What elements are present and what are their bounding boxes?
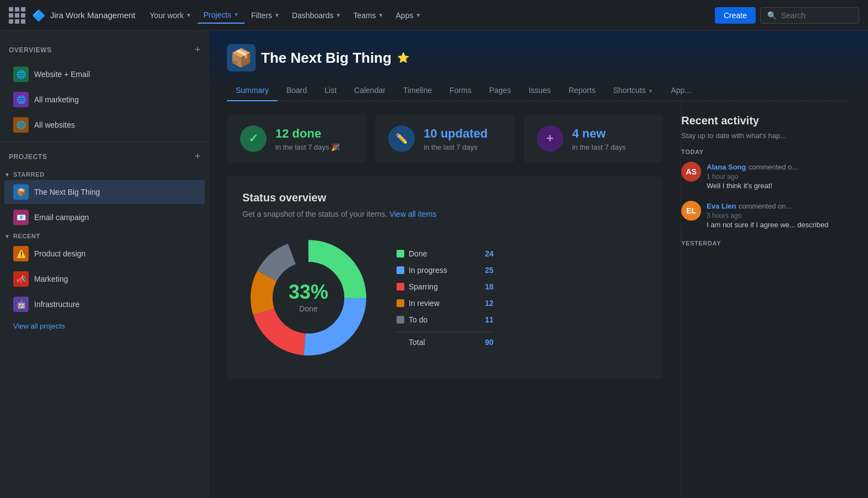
sidebar-item-website-email[interactable]: 🌐 Website + Email — [4, 62, 205, 86]
content-area: ✓ 12 done in the last 7 days 🎉 ✏️ 10 upd… — [209, 101, 868, 498]
total-legend-label: Total — [409, 338, 425, 347]
legend-item-done: Done 24 — [397, 249, 493, 258]
status-subtitle: Get a snapshot of the status of your ite… — [242, 210, 648, 218]
done-legend-label: Done — [409, 249, 427, 258]
logo-icon: 🔷 — [32, 9, 46, 22]
tab-summary[interactable]: Summary — [227, 80, 278, 101]
activity-title: Recent activity — [681, 114, 855, 127]
overviews-label: Overviews — [9, 46, 52, 54]
tab-pages[interactable]: Pages — [480, 80, 520, 101]
recent-label: RECENT — [13, 233, 40, 239]
nav-your-work[interactable]: Your work ▼ — [144, 8, 197, 23]
legend-item-todo: To do 11 — [397, 315, 493, 324]
inprogress-legend-count: 25 — [480, 266, 493, 275]
status-title: Status overview — [242, 191, 648, 204]
stat-cards: ✓ 12 done in the last 7 days 🎉 ✏️ 10 upd… — [227, 114, 663, 163]
todo-color-dot — [397, 316, 404, 324]
project-tabs: Summary Board List Calendar Timeline For… — [227, 80, 850, 101]
search-icon: 🔍 — [767, 11, 777, 20]
nav-projects[interactable]: Projects ▼ — [198, 7, 244, 24]
donut-chart: 33% Done — [242, 232, 375, 364]
starred-group[interactable]: ▼ STARRED — [0, 169, 209, 180]
tab-reports[interactable]: Reports — [560, 80, 604, 101]
todo-legend-label: To do — [409, 315, 427, 324]
status-overview: Status overview Get a snapshot of the st… — [227, 176, 663, 379]
activity-comment-alana: Well I think it's great! — [707, 182, 798, 190]
search-input[interactable] — [781, 11, 836, 20]
add-project-button[interactable]: + — [194, 151, 200, 162]
recent-group[interactable]: ▼ RECENT — [0, 231, 209, 242]
activity-time-alana: 1 hour ago — [707, 173, 798, 180]
legend-item-sparring: Sparring 18 — [397, 282, 493, 291]
sidebar-item-infrastructure[interactable]: 🤖 Infrastructure — [4, 292, 205, 316]
tab-list[interactable]: List — [316, 80, 345, 101]
tab-forms[interactable]: Forms — [441, 80, 480, 101]
project-emoji: 📦 — [227, 44, 256, 72]
tab-board[interactable]: Board — [278, 80, 316, 101]
starred-label: STARRED — [13, 171, 45, 178]
today-label: TODAY — [681, 149, 855, 155]
add-overview-button[interactable]: + — [194, 44, 200, 56]
nav-right: Create 🔍 — [715, 7, 859, 24]
website-email-icon: 🌐 — [13, 67, 29, 82]
new-label: in the last 7 days — [572, 143, 626, 151]
sidebar-item-label: Website + Email — [34, 70, 90, 79]
sidebar-item-label: All marketing — [34, 95, 79, 104]
sidebar-item-label: Marketing — [34, 275, 68, 283]
inprogress-legend-label: In progress — [409, 266, 447, 275]
search-box[interactable]: 🔍 — [760, 7, 859, 24]
tab-shortcuts[interactable]: Shortcuts ▼ — [604, 80, 662, 101]
activity-name-eva[interactable]: Eva Lien — [707, 202, 736, 210]
yesterday-label: YESTERDAY — [681, 240, 855, 247]
nav-teams[interactable]: Teams ▼ — [348, 8, 389, 23]
overviews-section: Overviews + — [0, 40, 209, 60]
updated-number: 10 updated — [424, 127, 487, 141]
all-marketing-icon: 🌐 — [13, 92, 29, 107]
nav-filters[interactable]: Filters ▼ — [246, 8, 285, 23]
done-info: 12 done in the last 7 days 🎉 — [275, 127, 340, 151]
settings-icon[interactable]: ⭐ — [397, 52, 409, 64]
activity-action-eva: commented on... — [739, 202, 792, 210]
tab-timeline[interactable]: Timeline — [394, 80, 441, 101]
sidebar-item-all-websites[interactable]: 🌐 All websites — [4, 113, 205, 137]
app-logo[interactable]: 🔷 Jira Work Management — [32, 9, 135, 22]
view-all-items-link[interactable]: View all items — [389, 210, 436, 218]
inreview-legend-label: In review — [409, 299, 440, 308]
nav-apps[interactable]: Apps ▼ — [390, 8, 427, 23]
next-big-thing-icon: 📦 — [13, 184, 29, 200]
email-campaign-icon: 📧 — [13, 210, 29, 225]
sidebar-item-label: All websites — [34, 121, 75, 129]
tab-issues[interactable]: Issues — [520, 80, 560, 101]
recent-activity-panel: Recent activity Stay up to date with wha… — [681, 101, 868, 498]
collapse-icon: ▼ — [4, 233, 10, 239]
tab-calendar[interactable]: Calendar — [345, 80, 394, 101]
chart-legend: Done 24 In progress 25 — [397, 249, 493, 347]
activity-comment-eva: I am not sure if I agree we... described — [707, 221, 828, 229]
tab-app[interactable]: App... — [662, 80, 700, 101]
legend-item-total: Total 90 — [397, 332, 493, 347]
chevron-down-icon: ▼ — [415, 12, 421, 18]
nav-dashboards[interactable]: Dashboards ▼ — [286, 8, 346, 23]
inprogress-color-dot — [397, 266, 404, 274]
activity-body-alana: Alana Song commented o... 1 hour ago Wel… — [707, 162, 798, 190]
new-number: 4 new — [572, 127, 626, 141]
activity-name-alana[interactable]: Alana Song — [707, 163, 746, 171]
inreview-color-dot — [397, 299, 404, 307]
activity-item-alana: AS Alana Song commented o... 1 hour ago … — [681, 162, 855, 190]
content-main: ✓ 12 done in the last 7 days 🎉 ✏️ 10 upd… — [209, 101, 681, 498]
sidebar-item-next-big-thing[interactable]: 📦 The Next Big Thing — [4, 180, 205, 204]
sidebar-item-label: The Next Big Thing — [34, 188, 100, 196]
app-switcher[interactable] — [9, 7, 25, 24]
chevron-down-icon: ▼ — [648, 88, 653, 94]
sparring-legend-count: 18 — [480, 282, 493, 291]
activity-time-eva: 3 hours ago — [707, 212, 828, 220]
sidebar-item-all-marketing[interactable]: 🌐 All marketing — [4, 87, 205, 112]
view-all-projects-link[interactable]: View all projects — [0, 318, 209, 335]
create-button[interactable]: Create — [715, 7, 756, 24]
done-icon: ✓ — [240, 125, 267, 152]
done-label: in the last 7 days 🎉 — [275, 143, 340, 151]
sidebar-item-marketing[interactable]: 📣 Marketing — [4, 267, 205, 291]
stat-card-done: ✓ 12 done in the last 7 days 🎉 — [227, 114, 366, 163]
sidebar-item-product-design[interactable]: ⚠️ Product design — [4, 242, 205, 266]
sidebar-item-email-campaign[interactable]: 📧 Email campaign — [4, 205, 205, 229]
